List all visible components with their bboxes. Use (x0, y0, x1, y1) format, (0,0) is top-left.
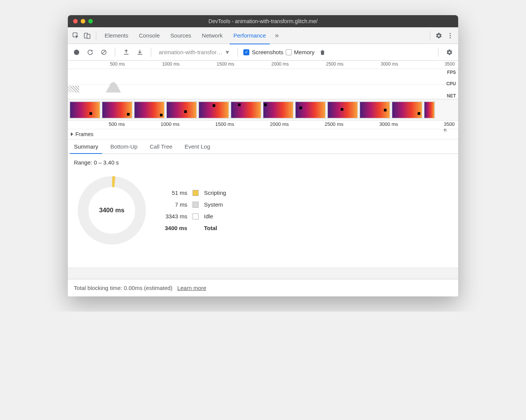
legend-swatch-system (193, 202, 199, 208)
blocking-time-text: Total blocking time: 0.00ms (estimated) (74, 285, 172, 291)
overview-pane[interactable]: FPS CPU NET (68, 69, 458, 99)
screenshots-checkbox[interactable]: ✓ Screenshots (243, 49, 283, 55)
screenshot-thumb[interactable] (295, 101, 326, 119)
net-lane-label: NET (447, 93, 456, 99)
svg-point-5 (449, 37, 451, 38)
screenshot-thumb[interactable] (424, 101, 435, 119)
inspect-element-icon[interactable] (70, 30, 81, 41)
settings-gear-icon[interactable] (433, 30, 445, 41)
ruler-tick: 500 ms (109, 121, 127, 127)
svg-rect-2 (87, 34, 90, 38)
cpu-lane-label: CPU (446, 81, 456, 86)
zoom-window-button[interactable] (88, 19, 93, 24)
subtab-event-log[interactable]: Event Log (178, 139, 216, 154)
ruler-tick: 1500 ms (217, 61, 236, 67)
screenshot-thumb[interactable] (102, 101, 133, 119)
summary-donut-chart: 3400 ms (74, 172, 150, 248)
tab-elements[interactable]: Elements (99, 27, 134, 44)
disclosure-triangle-icon[interactable] (71, 132, 73, 136)
profile-selector-dropdown[interactable]: animation-with-transfor… ▼ (157, 49, 232, 55)
summary-pane: Range: 0 – 3.40 s 3400 ms 51 ms Scriptin… (68, 154, 458, 268)
ruler-tick: 2000 ms (270, 121, 290, 127)
learn-more-link[interactable]: Learn more (177, 285, 207, 291)
svg-rect-8 (124, 54, 128, 55)
close-window-button[interactable] (73, 19, 78, 24)
screenshot-thumb[interactable] (327, 101, 358, 119)
screenshot-thumb[interactable] (134, 101, 165, 119)
ruler-tick: 2500 ms (326, 61, 345, 67)
screenshot-thumb[interactable] (391, 101, 423, 119)
screenshot-thumb[interactable] (69, 101, 100, 119)
divider (430, 31, 430, 40)
ruler-tick: 500 ms (110, 61, 126, 67)
range-label: Range: 0 – 3.40 s (74, 159, 452, 166)
divider (151, 48, 151, 57)
screenshot-thumb[interactable] (359, 101, 390, 119)
screenshots-label: Screenshots (252, 49, 283, 55)
main-tabs: Elements Console Sources Network Perform… (99, 27, 271, 44)
drawer-resize-bar[interactable] (68, 268, 458, 279)
window-title: DevTools - animation-with-transform.glit… (68, 18, 458, 24)
svg-line-7 (102, 50, 106, 54)
flamechart-ruler[interactable]: 500 ms 1000 ms 1500 ms 2000 ms 2500 ms 3… (68, 121, 458, 129)
legend-value: 7 ms (165, 201, 187, 208)
device-toolbar-icon[interactable] (81, 30, 93, 41)
tab-sources[interactable]: Sources (165, 27, 197, 44)
main-tabbar: Elements Console Sources Network Perform… (68, 27, 458, 44)
ruler-tick: 2000 ms (271, 61, 290, 67)
divider (438, 48, 438, 57)
ruler-tick: 3500 n (444, 121, 456, 133)
ruler-tick: 1500 ms (215, 121, 236, 127)
screenshot-filmstrip[interactable] (68, 99, 458, 121)
overview-ruler[interactable]: 500 ms 1000 ms 1500 ms 2000 ms 2500 ms 3… (68, 61, 458, 69)
divider (96, 31, 96, 40)
more-menu-icon[interactable] (445, 30, 456, 41)
performance-toolbar: animation-with-transfor… ▼ ✓ Screenshots… (68, 44, 458, 61)
divider (238, 48, 238, 57)
subtab-summary[interactable]: Summary (68, 139, 104, 154)
summary-legend: 51 ms Scripting 7 ms System 3343 ms Idle… (165, 190, 226, 231)
collect-garbage-icon[interactable] (317, 47, 328, 58)
net-lane (68, 99, 458, 99)
chevron-down-icon: ▼ (225, 49, 230, 55)
subtab-bottom-up[interactable]: Bottom-Up (104, 139, 144, 154)
screenshot-thumb[interactable] (166, 101, 197, 119)
ruler-tick: 1000 ms (162, 61, 181, 67)
save-profile-icon[interactable] (134, 47, 146, 58)
tab-performance[interactable]: Performance (228, 27, 271, 44)
frames-label: Frames (75, 131, 93, 137)
ruler-tick: 3000 ms (379, 121, 400, 127)
checkbox-checked-icon: ✓ (243, 49, 249, 55)
legend-swatch-idle (193, 213, 199, 219)
record-button[interactable] (71, 47, 82, 58)
legend-label: Scripting (204, 190, 226, 196)
ruler-tick: 1000 ms (161, 121, 181, 127)
clear-button[interactable] (98, 47, 110, 58)
legend-swatch-scripting (193, 190, 199, 196)
window-controls (68, 19, 93, 24)
tabs-overflow-button[interactable]: » (271, 30, 283, 41)
tab-network[interactable]: Network (197, 27, 228, 44)
minimize-window-button[interactable] (81, 19, 85, 24)
memory-label: Memory (294, 49, 315, 55)
tab-console[interactable]: Console (134, 27, 165, 44)
ruler-tick: 3000 ms (380, 61, 399, 67)
cpu-activity (106, 82, 121, 92)
legend-value: 3343 ms (165, 213, 187, 219)
memory-checkbox[interactable]: Memory (286, 49, 315, 55)
screenshot-thumb[interactable] (263, 101, 294, 119)
load-profile-icon[interactable] (121, 47, 132, 58)
profile-selector-label: animation-with-transfor… (159, 49, 222, 55)
subtab-call-tree[interactable]: Call Tree (144, 139, 178, 154)
devtools-window: DevTools - animation-with-transform.glit… (68, 15, 458, 296)
screenshot-thumb[interactable] (198, 101, 229, 119)
divider (115, 48, 115, 57)
frames-track-header[interactable]: Frames (68, 129, 458, 139)
cpu-activity (68, 86, 79, 92)
screenshot-thumb[interactable] (230, 101, 261, 119)
reload-record-button[interactable] (85, 47, 96, 58)
legend-total-label: Total (204, 225, 226, 231)
details-tabs: Summary Bottom-Up Call Tree Event Log (68, 139, 458, 154)
capture-settings-gear-icon[interactable] (444, 47, 455, 58)
legend-total-value: 3400 ms (165, 225, 187, 231)
